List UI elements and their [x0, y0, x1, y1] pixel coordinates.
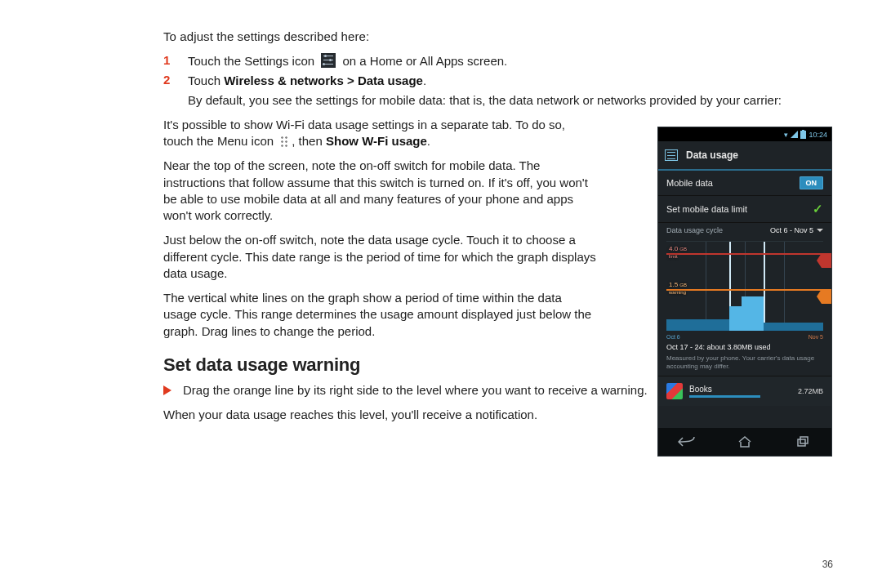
step-2: 2 Touch Wireless & networks > Data usage… [163, 73, 833, 109]
svg-rect-1 [800, 437, 808, 443]
red-sub: limit [669, 254, 678, 259]
usage-chart[interactable]: 4.0 GB limit 1.5 GB warning [666, 241, 823, 331]
step1-pre: Touch the Settings icon [188, 54, 314, 68]
orange-unit: GB [679, 283, 687, 287]
mobile-data-switch[interactable]: ON [800, 176, 824, 189]
paragraph-wifi-tab: It's possible to show Wi-Fi data usage s… [163, 117, 596, 150]
step2-post: . [423, 74, 426, 87]
step-number: 2 [163, 73, 176, 87]
step-1: 1 Touch the Settings icon on a Home or A… [163, 53, 833, 69]
step-body: Touch the Settings icon on a Home or All… [188, 53, 507, 69]
step2-pre: Touch [188, 74, 224, 87]
intro-text: To adjust the settings described here: [163, 29, 833, 43]
set-limit-row[interactable]: Set mobile data limit ✓ [658, 196, 831, 223]
title-bar: Data usage [658, 141, 831, 171]
usage-cycle-row[interactable]: Data usage cycle Oct 6 - Nov 5 [658, 223, 831, 239]
p1-post: . [427, 134, 430, 148]
cycle-value: Oct 6 - Nov 5 [770, 226, 813, 234]
svg-rect-0 [798, 439, 805, 446]
settings-sliders-icon [665, 149, 678, 161]
warning-handle[interactable] [822, 289, 831, 304]
paragraph-cycle: Just below the on-off switch, note the d… [163, 232, 596, 282]
p1-bold: Show W-Fi usage [326, 134, 427, 148]
range-usage-text: Oct 17 - 24: about 3.80MB used [658, 340, 831, 354]
status-time: 10:24 [808, 131, 827, 139]
set-limit-label: Set mobile data limit [666, 204, 747, 214]
chart-axis: Oct 6 Nov 5 [658, 334, 831, 340]
orange-value: 1.5 [669, 281, 678, 288]
p1-mid: , then [292, 134, 326, 148]
measured-disclaimer: Measured by your phone. Your carrier's d… [658, 354, 831, 376]
settings-icon [321, 53, 336, 68]
back-button[interactable] [675, 434, 698, 449]
app-usage-bar [689, 395, 760, 398]
menu-icon [280, 136, 288, 147]
axis-end: Nov 5 [808, 334, 823, 340]
triangle-bullet-icon [163, 385, 172, 395]
axis-start: Oct 6 [666, 334, 680, 340]
battery-icon [800, 131, 806, 139]
bullet-text: Drag the orange line by its right side t… [183, 382, 648, 399]
books-app-icon [666, 383, 683, 399]
step-number: 1 [163, 53, 176, 67]
limit-handle[interactable] [822, 253, 831, 268]
orange-sub: warning [669, 290, 686, 295]
step2-bold: Wireless & networks > Data usage [224, 74, 423, 87]
mobile-data-row[interactable]: Mobile data ON [658, 171, 831, 196]
status-bar: ▾ 10:24 [658, 127, 831, 141]
wifi-icon: ▾ [784, 131, 788, 139]
step-body: Touch Wireless & networks > Data usage. … [188, 73, 782, 109]
red-value: 4.0 [669, 245, 678, 252]
app-name: Books [689, 385, 791, 394]
nav-bar [658, 428, 831, 456]
paragraph-whitelines: The vertical white lines on the graph sh… [163, 290, 596, 340]
phone-screenshot: ▾ 10:24 Data usage Mobile data ON Set mo… [658, 127, 831, 456]
checkmark-icon[interactable]: ✓ [813, 202, 823, 216]
step1-post: on a Home or All Apps screen. [342, 54, 507, 68]
app-size: 2.72MB [798, 387, 823, 395]
cycle-label: Data usage cycle [666, 226, 723, 234]
recent-apps-button[interactable] [791, 434, 814, 449]
dropdown-triangle-icon [817, 229, 823, 232]
home-button[interactable] [733, 434, 756, 449]
paragraph-switch: Near the top of the screen, note the on-… [163, 158, 596, 224]
page-number: 36 [822, 559, 833, 570]
signal-icon [791, 131, 798, 138]
step2-detail: By default, you see the settings for mob… [188, 93, 782, 107]
screen-title: Data usage [686, 149, 738, 161]
mobile-data-label: Mobile data [666, 178, 713, 188]
app-row-books[interactable]: Books 2.72MB [658, 376, 831, 406]
red-unit: GB [679, 247, 687, 252]
